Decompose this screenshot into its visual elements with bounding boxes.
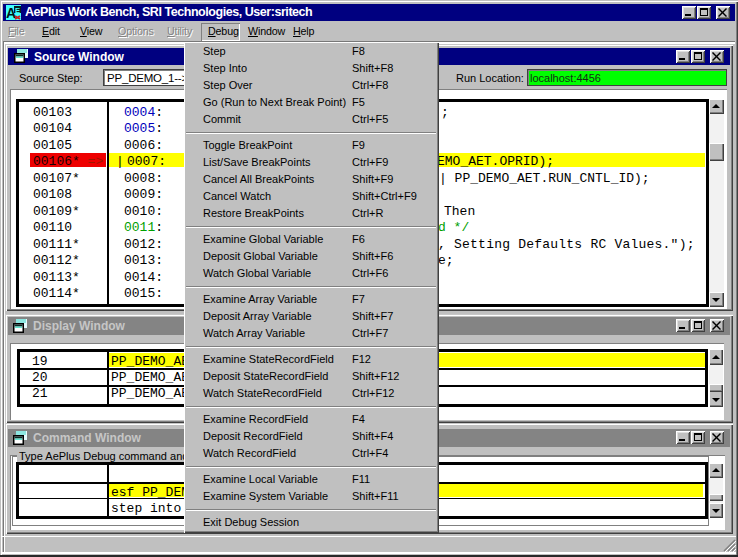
svg-text:E: E (15, 6, 20, 15)
